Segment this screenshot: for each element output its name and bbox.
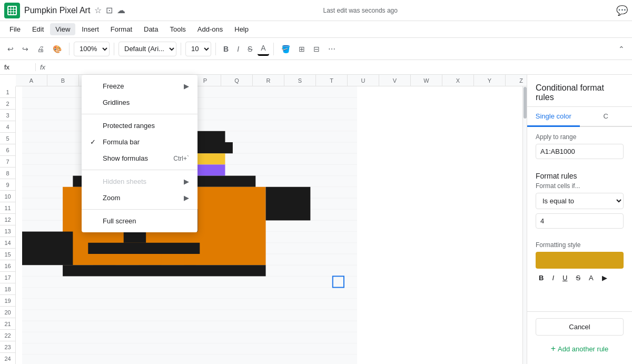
bold-button[interactable]: B (220, 43, 232, 55)
col-X[interactable]: X (442, 75, 474, 86)
col-B[interactable]: B (47, 75, 79, 86)
last-edit-status: Last edit was seconds ago (323, 7, 397, 14)
row-12[interactable]: 12 (0, 214, 16, 225)
menu-file[interactable]: File (4, 23, 26, 35)
svg-rect-37 (139, 254, 161, 265)
redo-button[interactable]: ↪ (19, 43, 32, 55)
hidden-sheets-arrow: ▶ (184, 178, 189, 185)
fill-color-button[interactable]: 🪣 (278, 43, 293, 55)
style-color-preview (536, 252, 624, 269)
style-underline-button[interactable]: U (559, 273, 570, 283)
zoom-label: Zoom (103, 194, 120, 202)
dropdown-freeze[interactable]: Freeze ▶ (82, 78, 197, 94)
row-11[interactable]: 11 (0, 202, 16, 214)
col-R[interactable]: R (253, 75, 284, 86)
font-color-button[interactable]: A (258, 42, 269, 56)
svg-rect-38 (184, 254, 195, 265)
more-button[interactable]: ⋯ (325, 43, 339, 55)
dropdown-formula-bar[interactable]: ✓ Formula bar (82, 134, 197, 150)
row-18[interactable]: 18 (0, 283, 16, 295)
merge-button[interactable]: ⊟ (310, 43, 323, 55)
menu-tools[interactable]: Tools (164, 23, 191, 35)
row-23[interactable]: 23 (0, 341, 16, 353)
row-5[interactable]: 5 (0, 133, 16, 144)
add-rule-button[interactable]: + Add another rule (536, 340, 624, 358)
col-Y[interactable]: Y (474, 75, 506, 86)
print-button[interactable]: 🖨 (34, 43, 47, 55)
menu-insert[interactable]: Insert (76, 23, 104, 35)
format-value-input[interactable] (536, 213, 624, 229)
style-italic-button[interactable]: I (549, 273, 557, 283)
style-bold-button[interactable]: B (536, 273, 547, 283)
italic-button[interactable]: I (234, 43, 242, 55)
row-4[interactable]: 4 (0, 121, 16, 133)
zoom-select[interactable]: 100% (74, 42, 110, 56)
paint-format-button[interactable]: 🎨 (50, 43, 65, 55)
scrollbar[interactable] (522, 86, 527, 364)
menu-help[interactable]: Help (229, 23, 254, 35)
tab-color-scale[interactable]: C (580, 107, 633, 126)
menu-format[interactable]: Format (105, 23, 137, 35)
dropdown-show-formulas[interactable]: Show formulas Ctrl+` (82, 150, 197, 166)
menu-data[interactable]: Data (139, 23, 163, 35)
style-strikethrough-button[interactable]: S (572, 273, 584, 283)
col-T[interactable]: T (316, 75, 348, 86)
borders-button[interactable]: ⊞ (295, 43, 308, 55)
dropdown-zoom[interactable]: Zoom ▶ (82, 190, 197, 206)
row-14[interactable]: 14 (0, 237, 16, 249)
row-1[interactable]: 1 (0, 86, 16, 98)
row-17[interactable]: 17 (0, 272, 16, 283)
scroll-thumb[interactable] (524, 87, 527, 119)
dropdown-full-screen[interactable]: Full screen (82, 213, 197, 229)
fx-label: fx (40, 63, 45, 71)
font-name-select[interactable]: Default (Ari... (118, 42, 176, 56)
row-15[interactable]: 15 (0, 249, 16, 260)
cloud-icon[interactable]: ☁ (117, 5, 125, 15)
title-icons: ☆ ⊡ ☁ (94, 5, 125, 15)
col-W[interactable]: W (411, 75, 442, 86)
row-10[interactable]: 10 (0, 191, 16, 202)
strikethrough-button[interactable]: S (244, 43, 255, 55)
undo-button[interactable]: ↩ (4, 43, 17, 55)
spreadsheet: A B C D … O P Q R S T U V W X Y Z AA AB … (0, 75, 527, 364)
collapse-sidebar-button[interactable]: ⌃ (615, 43, 628, 55)
row-21[interactable]: 21 (0, 318, 16, 330)
folder-icon[interactable]: ⊡ (106, 5, 113, 15)
row-13[interactable]: 13 (0, 225, 16, 237)
font-size-select[interactable]: 10 (185, 42, 211, 56)
dropdown-protected-ranges[interactable]: Protected ranges (82, 117, 197, 134)
row-19[interactable]: 19 (0, 295, 16, 307)
format-condition-select[interactable]: Is equal to Is not equal to Is greater t… (536, 193, 624, 209)
col-Z[interactable]: Z (506, 75, 527, 86)
menu-edit[interactable]: Edit (27, 23, 49, 35)
col-S[interactable]: S (284, 75, 316, 86)
menu-addons[interactable]: Add-ons (192, 23, 228, 35)
col-A[interactable]: A (16, 75, 47, 86)
cancel-button[interactable]: Cancel (536, 318, 624, 336)
col-U[interactable]: U (348, 75, 379, 86)
right-panel: Conditional format rules Single color C … (527, 75, 632, 364)
row-16[interactable]: 16 (0, 260, 16, 272)
tab-single-color[interactable]: Single color (527, 107, 580, 127)
row-22[interactable]: 22 (0, 330, 16, 341)
style-font-color-button[interactable]: A (586, 273, 597, 283)
format-rules-label: Format rules (536, 172, 624, 180)
col-Q[interactable]: Q (221, 75, 253, 86)
row-24[interactable]: 24 (0, 353, 16, 364)
row-8[interactable]: 8 (0, 168, 16, 179)
row-7[interactable]: 7 (0, 156, 16, 168)
show-formulas-label: Show formulas (103, 154, 148, 162)
star-icon[interactable]: ☆ (94, 5, 102, 15)
row-2[interactable]: 2 (0, 98, 16, 110)
row-6[interactable]: 6 (0, 144, 16, 156)
style-more-button[interactable]: ▶ (599, 273, 610, 283)
formatting-style-section: Formatting style B I U S A ▶ (527, 235, 632, 289)
row-20[interactable]: 20 (0, 307, 16, 318)
menu-view[interactable]: View (50, 23, 75, 35)
row-3[interactable]: 3 (0, 110, 16, 121)
chat-icon[interactable]: 💬 (616, 5, 628, 16)
row-9[interactable]: 9 (0, 179, 16, 191)
dropdown-gridlines[interactable]: Gridlines (82, 94, 197, 111)
col-V[interactable]: V (379, 75, 411, 86)
apply-to-range-input[interactable] (536, 144, 624, 159)
